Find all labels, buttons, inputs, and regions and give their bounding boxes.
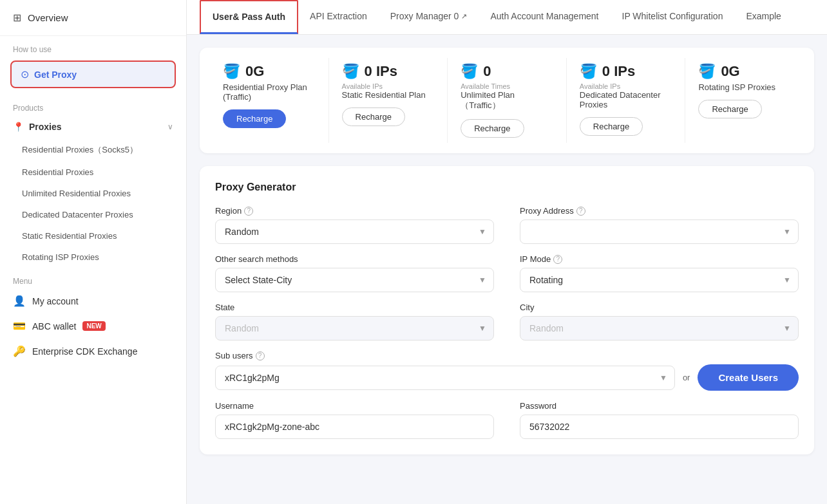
wallet-icon: 💳 bbox=[13, 320, 26, 332]
recharge-btn-0[interactable]: Recharge bbox=[223, 109, 286, 128]
other-search-select-wrapper: Select State-City ▼ bbox=[215, 268, 494, 292]
other-search-select[interactable]: Select State-City bbox=[215, 268, 494, 292]
sub-users-label: Sub users ? bbox=[215, 351, 799, 360]
stat-static-residential: 🪣 0 IPs Available IPs Static Residential… bbox=[329, 58, 448, 143]
proxies-nav-item[interactable]: 📍 Proxies ∨ bbox=[0, 115, 186, 138]
proxy-generator: Proxy Generator Region ? Random ▼ bbox=[200, 166, 814, 454]
cdk-icon: 🔑 bbox=[13, 345, 26, 357]
get-proxy-button[interactable]: ⊙ Get Proxy bbox=[10, 61, 176, 88]
menu-section-label: Menu bbox=[0, 268, 186, 288]
city-select-wrapper: Random ▼ bbox=[520, 316, 799, 341]
overview-icon: ⊞ bbox=[13, 12, 21, 24]
sub-users-help-icon[interactable]: ? bbox=[256, 351, 265, 360]
ip-mode-select-wrapper: Rotating ▼ bbox=[520, 268, 799, 292]
bucket-icon-1: 🪣 bbox=[342, 63, 359, 80]
generator-title: Proxy Generator bbox=[215, 182, 799, 193]
sidebar-overview-label: Overview bbox=[28, 12, 68, 23]
city-label: City bbox=[520, 303, 799, 312]
sub-users-row: xRC1gk2pMg ▼ or Create Users bbox=[215, 364, 799, 391]
tab-ip-whitelist[interactable]: IP Whitelist Configuration bbox=[611, 1, 735, 33]
stat-rotating-isp: 🪣 0G Rotating ISP Proxies Recharge bbox=[685, 58, 804, 143]
sidebar-item-my-account[interactable]: 👤 My account bbox=[0, 288, 186, 313]
ip-mode-help-icon[interactable]: ? bbox=[553, 255, 562, 264]
sidebar-item-enterprise-cdk[interactable]: 🔑 Enterprise CDK Exchange bbox=[0, 339, 186, 364]
stat-unlimited: 🪣 0 Available Times Unlimited Plan（Traff… bbox=[448, 58, 567, 143]
stat-residential-traffic: 🪣 0G Residential Proxy Plan (Traffic) Re… bbox=[210, 58, 329, 143]
proxy-address-group: Proxy Address ? ▼ bbox=[520, 206, 799, 244]
sub-users-section: Sub users ? xRC1gk2pMg ▼ or Create Users bbox=[215, 351, 799, 391]
stat-desc-2: Unlimited Plan（Traffic） bbox=[461, 90, 553, 111]
tab-proxy-manager[interactable]: Proxy Manager 0 ↗ bbox=[379, 1, 479, 33]
stat-value-4: 0G bbox=[721, 63, 739, 80]
stat-sub-1: Available IPs bbox=[342, 82, 435, 90]
sidebar-item-unlimited-residential[interactable]: Unlimited Residential Proxies bbox=[0, 183, 186, 204]
new-badge: NEW bbox=[82, 321, 105, 331]
sidebar-item-static-residential[interactable]: Static Residential Proxies bbox=[0, 225, 186, 247]
region-select-wrapper: Random ▼ bbox=[215, 219, 494, 244]
tab-example[interactable]: Example bbox=[734, 1, 792, 33]
state-select-wrapper: Random ▼ bbox=[215, 316, 494, 341]
city-group: City Random ▼ bbox=[520, 303, 799, 341]
other-search-label: Other search methods bbox=[215, 254, 494, 264]
sidebar-item-rotating-isp[interactable]: Rotating ISP Proxies bbox=[0, 247, 186, 268]
bucket-icon-0: 🪣 bbox=[223, 63, 240, 80]
stat-value-0: 0G bbox=[245, 63, 264, 80]
or-text: or bbox=[683, 373, 690, 382]
account-icon: 👤 bbox=[13, 295, 26, 307]
sub-users-select[interactable]: xRC1gk2pMg bbox=[215, 366, 675, 390]
stat-datacenter: 🪣 0 IPs Available IPs Dedicated Datacent… bbox=[567, 58, 686, 143]
username-input[interactable] bbox=[215, 415, 494, 439]
bucket-icon-3: 🪣 bbox=[580, 63, 597, 80]
sidebar-overview-item[interactable]: ⊞ Overview bbox=[0, 0, 186, 36]
get-proxy-label: Get Proxy bbox=[34, 70, 77, 80]
region-group: Region ? Random ▼ bbox=[215, 206, 494, 244]
recharge-btn-3[interactable]: Recharge bbox=[580, 117, 643, 136]
stat-sub-3: Available IPs bbox=[580, 82, 672, 90]
tab-bar: User& Pass Auth API Extraction Proxy Man… bbox=[187, 0, 827, 35]
username-label: Username bbox=[215, 401, 494, 411]
sub-users-select-wrapper: xRC1gk2pMg ▼ bbox=[215, 366, 675, 390]
stat-value-3: 0 IPs bbox=[602, 63, 635, 80]
recharge-btn-4[interactable]: Recharge bbox=[698, 100, 761, 118]
stats-row: 🪣 0G Residential Proxy Plan (Traffic) Re… bbox=[200, 48, 814, 153]
password-input[interactable] bbox=[520, 415, 799, 439]
region-select[interactable]: Random bbox=[215, 219, 494, 244]
sidebar-item-dedicated-datacenter[interactable]: Dedicated Datacenter Proxies bbox=[0, 204, 186, 225]
tab-api-extraction[interactable]: API Extraction bbox=[298, 1, 379, 33]
state-label: State bbox=[215, 303, 494, 312]
stat-sub-2: Available Times bbox=[461, 82, 553, 90]
sidebar-item-residential-socks5[interactable]: Residential Proxies（Socks5） bbox=[0, 138, 186, 162]
state-group: State Random ▼ bbox=[215, 303, 494, 341]
proxies-label: 📍 Proxies bbox=[13, 122, 62, 132]
region-help-icon[interactable]: ? bbox=[244, 207, 253, 216]
ip-mode-group: IP Mode ? Rotating ▼ bbox=[520, 254, 799, 292]
proxies-icon: 📍 bbox=[13, 122, 24, 132]
my-account-label: My account bbox=[32, 296, 79, 306]
proxy-address-help-icon[interactable]: ? bbox=[576, 207, 585, 216]
sidebar-item-abc-wallet[interactable]: 💳 ABC wallet NEW bbox=[0, 313, 186, 339]
stat-desc-4: Rotating ISP Proxies bbox=[698, 82, 791, 92]
abc-wallet-label: ABC wallet bbox=[32, 321, 76, 331]
tab-user-pass[interactable]: User& Pass Auth bbox=[200, 0, 298, 34]
stat-desc-1: Static Residential Plan bbox=[342, 90, 435, 100]
get-proxy-icon: ⊙ bbox=[21, 68, 29, 80]
sidebar-item-residential[interactable]: Residential Proxies bbox=[0, 162, 186, 183]
stat-desc-0: Residential Proxy Plan (Traffic) bbox=[223, 82, 316, 102]
bucket-icon-2: 🪣 bbox=[461, 63, 478, 80]
city-select[interactable]: Random bbox=[520, 316, 799, 341]
other-search-group: Other search methods Select State-City ▼ bbox=[215, 254, 494, 292]
recharge-btn-2[interactable]: Recharge bbox=[461, 119, 524, 138]
state-select[interactable]: Random bbox=[215, 316, 494, 341]
stat-value-2: 0 bbox=[483, 63, 491, 80]
ip-mode-label: IP Mode ? bbox=[520, 254, 799, 264]
recharge-btn-1[interactable]: Recharge bbox=[342, 107, 405, 126]
proxy-address-select[interactable] bbox=[520, 219, 799, 244]
proxies-chevron-icon: ∨ bbox=[167, 122, 173, 131]
main-content: User& Pass Auth API Extraction Proxy Man… bbox=[187, 0, 827, 504]
tab-auth-account[interactable]: Auth Account Management bbox=[479, 1, 610, 33]
create-users-button[interactable]: Create Users bbox=[698, 364, 799, 391]
products-section-label: Products bbox=[0, 97, 186, 115]
ip-mode-select[interactable]: Rotating bbox=[520, 268, 799, 292]
sidebar: ⊞ Overview How to use ⊙ Get Proxy Produc… bbox=[0, 0, 187, 504]
proxy-address-label: Proxy Address ? bbox=[520, 206, 799, 216]
